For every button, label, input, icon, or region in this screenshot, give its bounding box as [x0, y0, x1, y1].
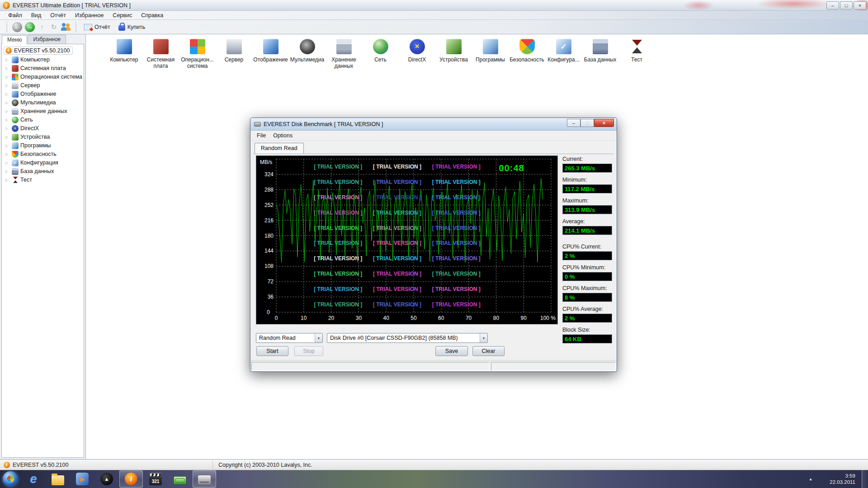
- save-button[interactable]: Save: [435, 346, 468, 356]
- menu-options[interactable]: Options: [269, 132, 296, 139]
- drive-select[interactable]: Disk Drive #0 [Corsair CSSD-F90GB2] (858…: [327, 333, 488, 343]
- show-desktop-button[interactable]: [862, 470, 868, 488]
- category-computer[interactable]: Компьютер: [106, 39, 142, 63]
- category-display[interactable]: Отображение: [252, 39, 289, 63]
- sidebar-item-multimedia[interactable]: ▷Мультимедиа: [3, 99, 83, 107]
- test-type-select[interactable]: Random Read ▼: [256, 333, 323, 343]
- category-icon-row: КомпьютерСистемная платаОперацион... сис…: [86, 34, 868, 69]
- aimp-player-button[interactable]: ▲: [95, 470, 118, 488]
- expand-arrow-icon[interactable]: ▷: [5, 101, 10, 105]
- everest-button[interactable]: i: [119, 470, 143, 488]
- menu-item[interactable]: Справка: [137, 12, 168, 19]
- disk-benchmark-button[interactable]: [193, 470, 216, 488]
- forward-button[interactable]: →: [25, 22, 35, 32]
- tab-random-read[interactable]: Random Read: [255, 143, 304, 154]
- sidebar-item-directx[interactable]: ▷×DirectX: [3, 124, 83, 133]
- sidebar-item-display[interactable]: ▷Отображение: [3, 90, 83, 99]
- close-button[interactable]: ×: [854, 1, 866, 9]
- expand-arrow-icon[interactable]: ▷: [5, 58, 10, 62]
- sidebar-item-security[interactable]: ▷Безопасность: [3, 150, 83, 159]
- expand-arrow-icon[interactable]: ▷: [5, 118, 10, 122]
- clear-button[interactable]: Clear: [472, 346, 505, 356]
- tab-menu[interactable]: Меню: [2, 35, 27, 44]
- chevron-down-icon[interactable]: ▼: [315, 333, 322, 343]
- category-devices[interactable]: Устройства: [435, 39, 472, 63]
- sidebar-item-storage[interactable]: ▷Хранение данных: [3, 107, 83, 116]
- sidebar-item-server[interactable]: ▷Сервер: [3, 81, 83, 90]
- media-player-classic-button[interactable]: 321: [144, 470, 167, 488]
- windows-explorer-button[interactable]: [46, 470, 70, 488]
- dialog-maximize-button: □: [580, 119, 594, 127]
- report-button[interactable]: Отчёт: [81, 24, 113, 30]
- menu-file[interactable]: File: [253, 132, 269, 139]
- dialog-close-button[interactable]: ×: [594, 119, 614, 127]
- dialog-titlebar[interactable]: EVEREST Disk Benchmark [ TRIAL VERSION ]…: [250, 118, 617, 131]
- menu-item[interactable]: Отчёт: [46, 12, 71, 19]
- category-server[interactable]: Сервер: [216, 39, 252, 63]
- category-network[interactable]: Сеть: [362, 39, 399, 63]
- sidebar-item-os[interactable]: ▷Операционная система: [3, 73, 83, 81]
- buy-button[interactable]: Купить: [116, 23, 148, 31]
- refresh-button[interactable]: ↻: [49, 23, 58, 32]
- maximize-button[interactable]: □: [840, 1, 853, 9]
- expand-arrow-icon[interactable]: ▷: [5, 109, 10, 113]
- expand-arrow-icon[interactable]: ▷: [5, 66, 10, 70]
- category-os[interactable]: Операцион... система: [179, 39, 216, 69]
- taskbar-clock[interactable]: 3:59 22.03.2011: [830, 473, 855, 485]
- up-button[interactable]: ↑: [38, 23, 47, 32]
- sidebar-item-programs[interactable]: ▷Программы: [3, 141, 83, 150]
- sidebar-item-devices[interactable]: ▷Устройства: [3, 133, 83, 141]
- chevron-down-icon[interactable]: ▼: [480, 333, 487, 343]
- expand-arrow-icon[interactable]: ▷: [5, 152, 10, 156]
- expand-arrow-icon[interactable]: ▷: [5, 178, 10, 182]
- category-motherboard[interactable]: Системная плата: [142, 39, 179, 69]
- category-directx[interactable]: ×DirectX: [399, 39, 435, 63]
- windows-media-player-button[interactable]: ▶: [71, 470, 94, 488]
- stat-value-box: 117.2 MB/s: [562, 184, 612, 193]
- dialog-minimize-button[interactable]: –: [567, 119, 580, 127]
- sidebar-item-network[interactable]: ▷Сеть: [3, 116, 83, 124]
- start-button[interactable]: [3, 471, 18, 487]
- category-test[interactable]: Тест: [618, 39, 655, 63]
- start-button[interactable]: Start: [256, 346, 288, 356]
- sidebar-item-test[interactable]: ▷Тест: [3, 176, 83, 184]
- buy-label: Купить: [127, 24, 146, 30]
- svg-text:[ TRIAL VERSION ]: [ TRIAL VERSION ]: [432, 240, 481, 246]
- users-icon[interactable]: [61, 22, 71, 32]
- expand-arrow-icon[interactable]: ▷: [5, 144, 10, 148]
- menu-item[interactable]: Файл: [4, 12, 27, 19]
- tree-root-label: EVEREST v5.50.2100: [14, 47, 70, 54]
- back-button[interactable]: ←: [12, 22, 22, 32]
- expand-arrow-icon[interactable]: ▷: [5, 135, 10, 139]
- menu-item[interactable]: Избранное: [71, 12, 108, 19]
- category-security[interactable]: Безопасность: [509, 39, 545, 63]
- money-app-button[interactable]: [168, 470, 192, 488]
- sidebar-item-computer[interactable]: ▷Компьютер: [3, 56, 83, 64]
- sidebar-item-motherboard[interactable]: ▷Системная плата: [3, 64, 83, 73]
- test-type-value: Random Read: [259, 335, 296, 341]
- show-hidden-icons-button[interactable]: ▲: [805, 477, 816, 481]
- expand-arrow-icon[interactable]: ▷: [5, 84, 10, 88]
- menu-item[interactable]: Вид: [27, 12, 46, 19]
- svg-text:[ TRIAL VERSION ]: [ TRIAL VERSION ]: [373, 164, 421, 170]
- tab-favorites[interactable]: Избранное: [28, 35, 66, 44]
- category-database[interactable]: База данных: [582, 39, 618, 63]
- menu-item[interactable]: Сервис: [108, 12, 137, 19]
- minimize-button[interactable]: –: [826, 1, 839, 9]
- category-storage[interactable]: Хранение данных: [326, 39, 362, 69]
- expand-arrow-icon[interactable]: ▷: [5, 161, 10, 165]
- sidebar-item-config[interactable]: ▷✓Конфигурация: [3, 159, 83, 167]
- expand-arrow-icon[interactable]: ▷: [5, 75, 10, 79]
- tree-root-everest[interactable]: i EVEREST v5.50.2100: [4, 47, 73, 55]
- internet-explorer-button[interactable]: e: [22, 470, 45, 488]
- expand-arrow-icon[interactable]: ▷: [5, 92, 10, 96]
- main-titlebar[interactable]: i EVEREST Ultimate Edition [ TRIAL VERSI…: [0, 0, 868, 11]
- minimize-icon: –: [572, 120, 575, 126]
- expand-arrow-icon[interactable]: ▷: [5, 127, 10, 131]
- sidebar-item-database[interactable]: ▷База данных: [3, 167, 83, 176]
- config-icon: ✓: [12, 160, 19, 166]
- category-programs[interactable]: Программы: [472, 39, 509, 63]
- expand-arrow-icon[interactable]: ▷: [5, 169, 10, 174]
- category-config[interactable]: ✓Конфигура...: [545, 39, 582, 63]
- category-multimedia[interactable]: Мультимедиа: [289, 39, 326, 63]
